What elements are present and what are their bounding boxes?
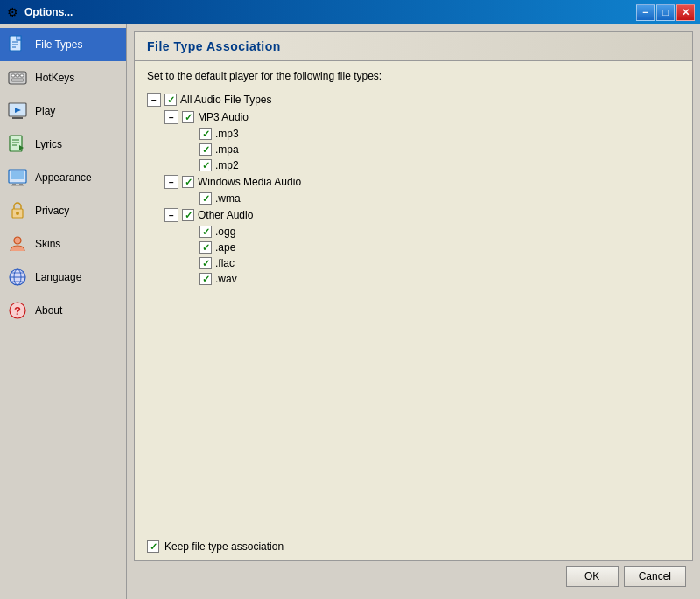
window-title: Options... bbox=[24, 6, 636, 18]
tree-node: .mp2 bbox=[182, 157, 680, 173]
tree-node: .ape bbox=[182, 240, 680, 255]
tree-label: All Audio File Types bbox=[180, 94, 272, 106]
sidebar-item-file-types[interactable]: File Types bbox=[0, 28, 126, 61]
tree-checkbox[interactable] bbox=[182, 111, 194, 123]
bottom-bar: OK Cancel bbox=[134, 561, 693, 592]
tree-label: Windows Media Audio bbox=[198, 176, 301, 188]
tree-label: MP3 Audio bbox=[198, 111, 248, 123]
content-area: File Type Association Set to the default… bbox=[127, 24, 700, 599]
skins-icon bbox=[7, 233, 28, 254]
keep-association-label: Keep file type association bbox=[164, 540, 284, 553]
tree-label: .ape bbox=[215, 241, 235, 254]
tree-checkbox[interactable] bbox=[200, 273, 212, 285]
sidebar-label-skins: Skins bbox=[35, 238, 60, 250]
close-button[interactable]: ✕ bbox=[676, 4, 695, 21]
panel-subtitle: Set to the default player for the follow… bbox=[147, 70, 680, 82]
svg-rect-1 bbox=[17, 36, 21, 40]
tree-toggle[interactable]: − bbox=[164, 208, 178, 222]
tree-node: −MP3 Audio bbox=[164, 108, 680, 126]
sidebar-item-play[interactable]: Play bbox=[0, 94, 126, 128]
tree-toggle[interactable]: − bbox=[147, 93, 161, 107]
tree-node: −Other Audio bbox=[164, 206, 680, 224]
svg-rect-9 bbox=[11, 79, 24, 81]
tree-label: .mpa bbox=[215, 143, 239, 156]
sidebar-item-skins[interactable]: Skins bbox=[0, 227, 126, 261]
svg-rect-7 bbox=[16, 74, 19, 77]
lyrics-icon bbox=[7, 134, 28, 155]
tree-node: .ogg bbox=[182, 224, 680, 240]
sidebar-item-language[interactable]: Language bbox=[0, 261, 126, 294]
tree-node: .wav bbox=[182, 271, 680, 287]
tree-node: .mp3 bbox=[182, 126, 680, 142]
cancel-button[interactable]: Cancel bbox=[624, 566, 686, 587]
maximize-button[interactable]: □ bbox=[656, 4, 675, 21]
ok-button[interactable]: OK bbox=[566, 566, 619, 587]
tree-label: .ogg bbox=[215, 226, 235, 238]
language-icon bbox=[7, 267, 28, 288]
sidebar-item-lyrics[interactable]: Lyrics bbox=[0, 128, 126, 161]
panel-body: Set to the default player for the follow… bbox=[135, 61, 692, 533]
tree-children: .ogg.ape.flac.wav bbox=[182, 224, 680, 287]
title-bar: ⚙ Options... − □ ✕ bbox=[0, 0, 700, 24]
svg-rect-8 bbox=[20, 74, 24, 77]
tree-label: .mp2 bbox=[215, 159, 239, 171]
file-types-icon bbox=[7, 34, 28, 55]
sidebar-label-file-types: File Types bbox=[35, 38, 82, 51]
sidebar-item-about[interactable]: ?About bbox=[0, 294, 126, 327]
tree-checkbox[interactable] bbox=[200, 159, 212, 171]
svg-point-24 bbox=[16, 212, 19, 215]
svg-rect-6 bbox=[11, 74, 15, 77]
tree-checkbox[interactable] bbox=[182, 176, 194, 188]
panel-footer: Keep file type association bbox=[135, 533, 692, 560]
tree-checkbox[interactable] bbox=[200, 143, 212, 156]
tree-label: Other Audio bbox=[198, 209, 253, 221]
sidebar-item-appearance[interactable]: Appearance bbox=[0, 161, 126, 194]
svg-rect-19 bbox=[10, 171, 24, 179]
tree-checkbox[interactable] bbox=[200, 128, 212, 140]
tree-checkbox[interactable] bbox=[200, 257, 212, 269]
app-icon: ⚙ bbox=[5, 5, 19, 19]
tree-checkbox[interactable] bbox=[200, 241, 212, 254]
tree-label: .mp3 bbox=[215, 128, 239, 140]
sidebar-item-privacy[interactable]: Privacy bbox=[0, 194, 126, 227]
sidebar-label-lyrics: Lyrics bbox=[35, 138, 62, 150]
tree-label: .wma bbox=[215, 192, 241, 205]
minimize-button[interactable]: − bbox=[636, 4, 654, 21]
window-controls: − □ ✕ bbox=[636, 4, 695, 21]
sidebar-label-play: Play bbox=[35, 105, 55, 117]
keep-association-checkbox[interactable] bbox=[147, 540, 159, 553]
tree-label: .flac bbox=[215, 257, 234, 269]
tree-toggle[interactable]: − bbox=[164, 110, 178, 124]
hotkeys-icon bbox=[7, 67, 28, 88]
sidebar-label-about: About bbox=[35, 304, 62, 317]
privacy-icon bbox=[7, 200, 28, 221]
sidebar-label-language: Language bbox=[35, 271, 81, 283]
tree-checkbox[interactable] bbox=[182, 209, 194, 221]
tree-checkbox[interactable] bbox=[164, 94, 177, 106]
tree-checkbox[interactable] bbox=[200, 226, 212, 238]
panel-title: File Type Association bbox=[135, 32, 692, 61]
svg-text:?: ? bbox=[14, 304, 21, 317]
tree-toggle[interactable]: − bbox=[164, 175, 178, 189]
tree-children: .wma bbox=[182, 191, 680, 206]
tree-node: −All Audio File Types bbox=[147, 91, 680, 108]
tree-node: .flac bbox=[182, 255, 680, 271]
about-icon: ? bbox=[7, 300, 28, 321]
sidebar-label-privacy: Privacy bbox=[35, 205, 69, 217]
tree-node: −Windows Media Audio bbox=[164, 173, 680, 191]
content-panel: File Type Association Set to the default… bbox=[134, 31, 693, 561]
svg-rect-5 bbox=[9, 72, 26, 84]
sidebar-label-hotkeys: HotKeys bbox=[35, 72, 74, 84]
svg-point-25 bbox=[14, 237, 21, 244]
sidebar: File TypesHotKeysPlayLyricsAppearancePri… bbox=[0, 24, 127, 599]
main-container: File TypesHotKeysPlayLyricsAppearancePri… bbox=[0, 24, 700, 599]
tree-children: .mp3.mpa.mp2 bbox=[182, 126, 680, 173]
tree-children: −MP3 Audio.mp3.mpa.mp2−Windows Media Aud… bbox=[164, 108, 680, 287]
tree-checkbox[interactable] bbox=[200, 192, 212, 205]
tree-label: .wav bbox=[215, 273, 237, 285]
file-type-tree: −All Audio File Types−MP3 Audio.mp3.mpa.… bbox=[147, 91, 680, 287]
play-icon bbox=[7, 101, 28, 122]
tree-node: .wma bbox=[182, 191, 680, 206]
sidebar-item-hotkeys[interactable]: HotKeys bbox=[0, 61, 126, 94]
sidebar-label-appearance: Appearance bbox=[35, 171, 92, 184]
